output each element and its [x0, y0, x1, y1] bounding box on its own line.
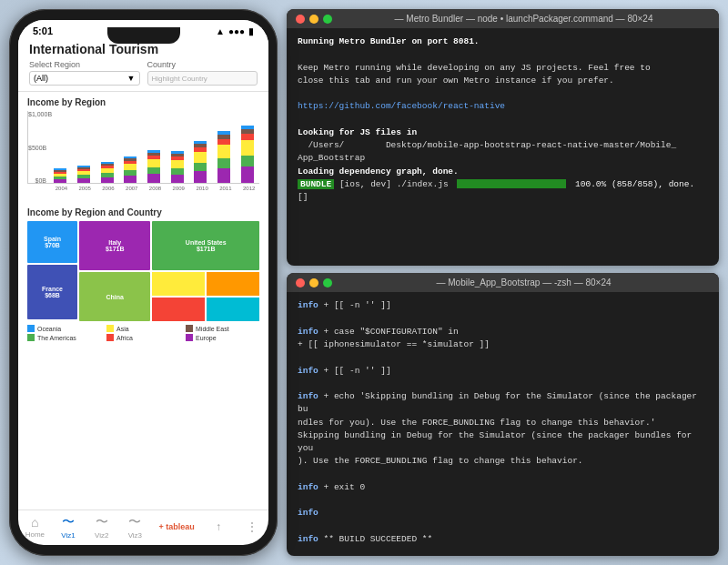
tab-home[interactable]: ⌂ Home: [18, 515, 52, 539]
x-label-2011: 2011: [215, 186, 236, 191]
legend-color-oceania: [27, 325, 35, 332]
tab-viz3-label: Viz3: [128, 531, 142, 540]
legend-middle-east: Middle East: [186, 325, 259, 332]
bar-stack-2009: [167, 151, 187, 183]
tab-viz1-label: Viz1: [61, 531, 75, 540]
bar-seg-americas-2008: [147, 167, 160, 174]
terminal2-body: info + [[ -n '' ]] info + case "$CONFIGU…: [287, 292, 719, 556]
bar-stack-2010: [190, 141, 211, 183]
t1-line-2: [298, 48, 708, 61]
bar-seg-europe-2007: [124, 176, 136, 183]
t2-line-15: info: [298, 507, 708, 520]
bar-seg-europe-2008: [147, 174, 160, 183]
x-label-2004: 2004: [51, 186, 72, 191]
treemap-other-3: [152, 298, 205, 321]
terminal1-title: — Metro Bundler — node • launchPackager.…: [338, 14, 710, 24]
t2-line-18: [298, 546, 708, 556]
minimize-button-1[interactable]: [309, 15, 318, 24]
x-label-2009: 2009: [168, 186, 189, 191]
treemap-spain-value: $70B: [45, 242, 60, 248]
maximize-button-1[interactable]: [323, 15, 332, 24]
treemap-other-1: [152, 272, 205, 296]
t2-line-3: info + case "$CONFIGURATION" in: [298, 326, 708, 338]
status-time: 5:01: [33, 25, 53, 36]
bar-stack-2012: [237, 126, 258, 183]
region-filter-select[interactable]: (All) ▼: [29, 71, 140, 86]
treemap-container: Spain $70B France $68B Italy: [27, 221, 259, 339]
tab-viz1[interactable]: 〜 Viz1: [52, 514, 86, 540]
bar-2004: [50, 168, 71, 183]
bar-seg-americas-2010: [194, 163, 207, 171]
legend-label-africa: Africa: [116, 335, 133, 341]
minimize-button-2[interactable]: [309, 278, 318, 288]
bar-seg-americas-2011: [217, 158, 230, 168]
bar-seg-americas-2009: [171, 168, 184, 175]
treemap-title: Income by Region and Country: [27, 207, 259, 217]
phone-screen: 5:01 ▲ ●●● ▮ International Tourism Selec…: [18, 20, 268, 545]
terminal2-title: — Mobile_App_Bootstrap — -zsh — 80×24: [338, 277, 710, 288]
treemap-spain-label: Spain: [44, 236, 61, 242]
bar-2007: [120, 156, 141, 183]
country-filter-input[interactable]: Highlight Country: [147, 71, 258, 86]
treemap-row-bottom: China: [79, 272, 259, 321]
bar-2012: [237, 126, 258, 183]
t1-line-6: https://github.com/facebook/react-native: [298, 100, 708, 113]
legend-africa: Africa: [106, 334, 180, 341]
x-label-2008: 2008: [145, 186, 166, 191]
tab-viz2[interactable]: 〜 Viz2: [85, 514, 118, 540]
t2-line-9: ndles for you). Use the FORCE_BUNDLING f…: [298, 417, 708, 429]
x-label-2012: 2012: [238, 186, 259, 191]
bar-seg-americas-2012: [241, 156, 254, 166]
tab-viz3[interactable]: 〜 Viz3: [118, 514, 152, 540]
bar-2008: [144, 150, 165, 183]
legend-label-asia: Asia: [116, 326, 129, 332]
legend-label-americas: The Americas: [37, 335, 76, 341]
close-button-2[interactable]: [296, 278, 305, 288]
legend-label-oceania: Oceania: [37, 326, 61, 332]
tab-tableau[interactable]: + tableau: [152, 522, 202, 531]
traffic-lights-2: [296, 278, 332, 288]
treemap-italy-label: Italy: [108, 239, 121, 246]
t2-line-16: [298, 520, 708, 533]
t2-line-12: [298, 469, 708, 481]
bar-seg-africa-2012: [241, 134, 254, 140]
dropdown-icon: ▼: [127, 74, 136, 83]
bar-seg-asia-2011: [217, 145, 230, 158]
bar-stack-2011: [214, 131, 235, 183]
t1-cursor-line: []: [298, 191, 708, 204]
bar-stack-2007: [120, 156, 141, 183]
t1-line-5: [298, 87, 708, 100]
bar-stack-2006: [96, 162, 117, 183]
bar-seg-asia-2007: [124, 164, 136, 170]
tab-more[interactable]: ⋮: [235, 520, 268, 533]
wifi-icon: ▲: [216, 26, 225, 36]
x-label-2007: 2007: [121, 186, 142, 191]
maximize-button-2[interactable]: [323, 278, 332, 288]
bar-chart-title: Income by Region: [27, 97, 259, 107]
phone-simulator: 5:01 ▲ ●●● ▮ International Tourism Selec…: [9, 9, 278, 556]
bar-2010: [190, 141, 211, 183]
viz1-icon: 〜: [62, 514, 75, 530]
treemap-others: [152, 272, 259, 321]
treemap-spain: Spain $70B: [27, 221, 77, 263]
t2-line-1: info + [[ -n '' ]]: [298, 299, 708, 312]
close-button-1[interactable]: [296, 15, 305, 24]
terminal-metro-bundler: — Metro Bundler — node • launchPackager.…: [287, 9, 719, 266]
t1-line-8: Looking for JS files in: [298, 126, 708, 139]
filter-row: Select Region (All) ▼ Country Highlight …: [29, 60, 258, 86]
legend-label-europe: Europe: [196, 335, 217, 341]
bar-seg-asia-2009: [171, 160, 184, 168]
terminal2-titlebar: — Mobile_App_Bootstrap — -zsh — 80×24: [287, 273, 719, 292]
bar-2011: [214, 131, 235, 183]
country-placeholder: Highlight Country: [152, 75, 207, 83]
treemap-france: France $68B: [27, 265, 77, 319]
bundle-tag: BUNDLE: [298, 179, 334, 189]
tab-share[interactable]: ↑: [202, 520, 236, 533]
t1-line-10: App_Bootstrap: [298, 152, 708, 165]
bar-seg-europe-2005: [77, 178, 90, 183]
legend-color-asia: [106, 325, 114, 332]
bar-stack-2004: [50, 168, 71, 183]
bar-seg-europe-2004: [54, 179, 66, 183]
share-icon: ↑: [216, 520, 221, 533]
t2-line-13: info + exit 0: [298, 481, 708, 494]
